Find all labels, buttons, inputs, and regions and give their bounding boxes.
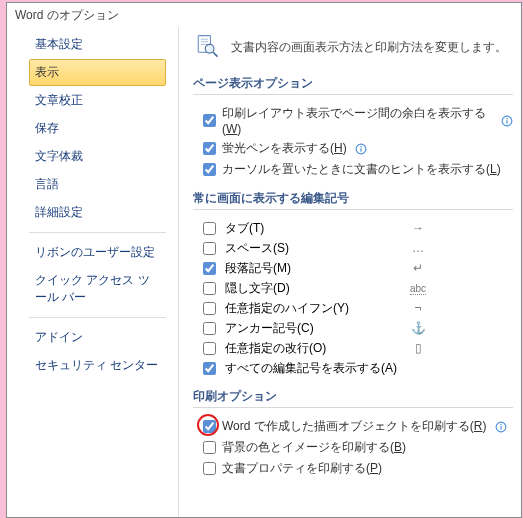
mark-symbol: ↵ — [403, 261, 433, 275]
mark-symbol: → — [403, 221, 433, 235]
option-row: 印刷レイアウト表示でページ間の余白を表示する(W) — [193, 103, 513, 138]
option-checkbox[interactable] — [203, 441, 216, 454]
sidebar-item[interactable]: 基本設定 — [29, 31, 166, 58]
sidebar-item[interactable]: 詳細設定 — [29, 199, 166, 226]
option-row: 蛍光ペンを表示する(H) — [193, 138, 513, 159]
info-icon — [494, 420, 507, 433]
sidebar-item[interactable]: アドイン — [29, 324, 166, 351]
dialog-content: 基本設定表示文章校正保存文字体裁言語詳細設定 リボンのユーザー設定クイック アク… — [17, 27, 519, 517]
option-checkbox[interactable] — [203, 114, 216, 127]
sidebar-item[interactable]: セキュリティ センター — [29, 352, 166, 379]
option-checkbox[interactable] — [203, 302, 216, 315]
main-panel: 文書内容の画面表示方法と印刷方法を変更します。 ページ表示オプション 印刷レイア… — [179, 27, 519, 517]
sidebar-item[interactable]: 表示 — [29, 59, 166, 86]
print-option-row: Word で作成した描画オブジェクトを印刷する(R) — [193, 416, 513, 437]
option-label: アンカー記号(C) — [225, 320, 399, 337]
option-label: カーソルを置いたときに文書のヒントを表示する(L) — [222, 161, 501, 178]
option-checkbox[interactable] — [203, 322, 216, 335]
option-label: タブ(T) — [225, 220, 399, 237]
section-title-print: 印刷オプション — [193, 388, 513, 408]
option-checkbox[interactable] — [203, 242, 216, 255]
mark-option-row: アンカー記号(C)⚓ — [193, 318, 433, 338]
option-checkbox[interactable] — [203, 342, 216, 355]
option-checkbox[interactable] — [203, 462, 216, 475]
option-checkbox[interactable] — [203, 282, 216, 295]
option-checkbox[interactable] — [203, 142, 216, 155]
mark-option-row: タブ(T)→ — [193, 218, 433, 238]
option-label: すべての編集記号を表示する(A) — [225, 360, 399, 377]
option-label: 隠し文字(D) — [225, 280, 399, 297]
option-checkbox[interactable] — [203, 362, 216, 375]
panel-header: 文書内容の画面表示方法と印刷方法を変更します。 — [193, 33, 513, 61]
option-label: 文書プロパティを印刷する(P) — [222, 460, 382, 477]
option-label: スペース(S) — [225, 240, 399, 257]
mark-option-row: 隠し文字(D)abc — [193, 278, 433, 298]
info-icon — [501, 114, 513, 127]
mark-symbol: ▯ — [403, 341, 433, 355]
section-title-page-display: ページ表示オプション — [193, 75, 513, 95]
sidebar-item[interactable]: 文字体裁 — [29, 143, 166, 170]
mark-symbol: ⚓ — [403, 321, 433, 335]
mark-symbol: … — [403, 241, 433, 255]
svg-rect-7 — [506, 120, 507, 123]
option-label: 任意指定のハイフン(Y) — [225, 300, 399, 317]
option-checkbox[interactable] — [203, 163, 216, 176]
info-icon — [355, 142, 368, 155]
option-label: 任意指定の改行(O) — [225, 340, 399, 357]
svg-rect-13 — [500, 426, 501, 429]
svg-point-14 — [500, 424, 502, 426]
mark-symbol: abc — [403, 281, 433, 295]
sidebar-separator — [29, 317, 166, 318]
page-magnifier-icon — [193, 33, 221, 61]
option-label: 段落記号(M) — [225, 260, 399, 277]
panel-header-text: 文書内容の画面表示方法と印刷方法を変更します。 — [231, 39, 507, 56]
svg-point-11 — [360, 146, 362, 148]
option-label: 蛍光ペンを表示する(H) — [222, 140, 347, 157]
svg-point-4 — [205, 44, 214, 53]
print-option-row: 文書プロパティを印刷する(P) — [193, 458, 513, 479]
svg-rect-10 — [361, 148, 362, 151]
dialog-title: Word のオプション — [7, 3, 521, 25]
sidebar-item[interactable]: 言語 — [29, 171, 166, 198]
sidebar-item[interactable]: クイック アクセス ツール バー — [29, 267, 166, 311]
sidebar-item[interactable]: 文章校正 — [29, 87, 166, 114]
sidebar-separator — [29, 232, 166, 233]
category-sidebar: 基本設定表示文章校正保存文字体裁言語詳細設定 リボンのユーザー設定クイック アク… — [17, 27, 179, 517]
mark-option-row: 段落記号(M)↵ — [193, 258, 433, 278]
svg-line-5 — [213, 52, 217, 56]
svg-point-8 — [506, 118, 508, 120]
mark-option-row: 任意指定の改行(O)▯ — [193, 338, 433, 358]
mark-option-row: スペース(S)… — [193, 238, 433, 258]
option-label: 背景の色とイメージを印刷する(B) — [222, 439, 406, 456]
options-dialog: Word のオプション 基本設定表示文章校正保存文字体裁言語詳細設定 リボンのユ… — [6, 2, 522, 518]
print-option-row: 背景の色とイメージを印刷する(B) — [193, 437, 513, 458]
section-title-marks: 常に画面に表示する編集記号 — [193, 190, 513, 210]
option-label: 印刷レイアウト表示でページ間の余白を表示する(W) — [222, 105, 493, 136]
option-checkbox[interactable] — [203, 262, 216, 275]
option-checkbox[interactable] — [203, 222, 216, 235]
sidebar-item[interactable]: 保存 — [29, 115, 166, 142]
mark-symbol: ¬ — [403, 301, 433, 315]
mark-option-row: すべての編集記号を表示する(A) — [193, 358, 433, 378]
option-checkbox[interactable] — [203, 420, 216, 433]
option-label: Word で作成した描画オブジェクトを印刷する(R) — [222, 418, 486, 435]
sidebar-item[interactable]: リボンのユーザー設定 — [29, 239, 166, 266]
mark-option-row: 任意指定のハイフン(Y)¬ — [193, 298, 433, 318]
option-row: カーソルを置いたときに文書のヒントを表示する(L) — [193, 159, 513, 180]
